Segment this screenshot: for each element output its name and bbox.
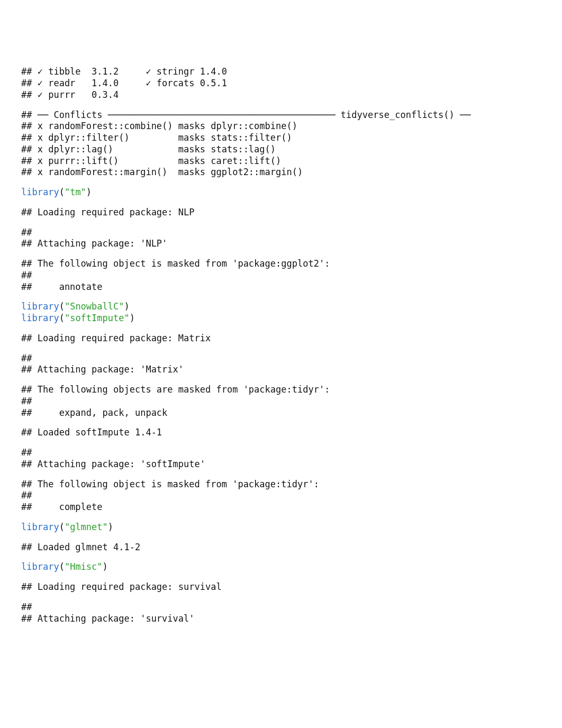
output-block: ## ## Attaching package: 'Matrix'	[21, 353, 541, 376]
output-block: ## Loaded glmnet 4.1-2	[21, 542, 541, 553]
output-line: ## Loading required package: NLP	[21, 207, 541, 219]
output-line: ## x randomForest::combine() masks dplyr…	[21, 121, 541, 132]
output-line: ##	[21, 447, 541, 459]
string-literal: "softImpute"	[65, 313, 130, 323]
output-block: library("glmnet")	[21, 522, 541, 533]
output-block: ## ✓ tibble 3.1.2 ✓ stringr 1.4.0## ✓ re…	[21, 66, 541, 101]
output-line: ##	[21, 270, 541, 281]
output-line: ## ✓ readr 1.4.0 ✓ forcats 0.5.1	[21, 78, 541, 89]
function-name: library	[21, 301, 59, 312]
function-name: library	[21, 561, 59, 572]
output-block: library("Hmisc")	[21, 561, 541, 573]
library-call: library("tm")	[21, 187, 541, 198]
output-line: ## Attaching package: 'softImpute'	[21, 459, 541, 470]
output-line: ## Attaching package: 'Matrix'	[21, 364, 541, 376]
output-line: ## The following object is masked from '…	[21, 258, 541, 270]
output-line: ##	[21, 602, 541, 613]
output-block: ## Loading required package: survival	[21, 581, 541, 593]
output-block: ## The following objects are masked from…	[21, 384, 541, 418]
output-line: ##	[21, 490, 541, 502]
output-block: ## The following object is masked from '…	[21, 479, 541, 513]
output-line: ## expand, pack, unpack	[21, 407, 541, 419]
output-block: library("tm")	[21, 187, 541, 198]
output-block: ## Loaded softImpute 1.4-1	[21, 427, 541, 439]
output-block: ## ── Conflicts ────────────────────────…	[21, 110, 541, 179]
output-line: ## Loading required package: Matrix	[21, 333, 541, 344]
output-line: ## Attaching package: 'survival'	[21, 613, 541, 625]
output-line: ## ✓ tibble 3.1.2 ✓ stringr 1.4.0	[21, 66, 541, 78]
output-line: ## Loaded softImpute 1.4-1	[21, 427, 541, 439]
library-call: library("glmnet")	[21, 522, 541, 533]
string-literal: "glmnet"	[65, 522, 108, 532]
output-line: ## The following objects are masked from…	[21, 384, 541, 396]
output-block: ## Loading required package: Matrix	[21, 333, 541, 344]
output-block: ## ## Attaching package: 'softImpute'	[21, 447, 541, 470]
output-line: ## ✓ purrr 0.3.4	[21, 89, 541, 101]
output-line: ##	[21, 396, 541, 407]
output-line: ## complete	[21, 502, 541, 513]
output-line: ## Loaded glmnet 4.1-2	[21, 542, 541, 553]
output-line: ##	[21, 227, 541, 239]
output-block: ## Loading required package: NLP	[21, 207, 541, 219]
output-line: ## x randomForest::margin() masks ggplot…	[21, 167, 541, 178]
output-line: ## x dplyr::filter() masks stats::filter…	[21, 132, 541, 144]
library-call: library("softImpute")	[21, 313, 541, 324]
output-line: ## annotate	[21, 281, 541, 293]
output-line: ## x dplyr::lag() masks stats::lag()	[21, 144, 541, 156]
function-name: library	[21, 522, 59, 532]
library-call: library("SnowballC")	[21, 301, 541, 313]
output-line: ##	[21, 353, 541, 365]
library-call: library("Hmisc")	[21, 561, 541, 573]
output-block: library("SnowballC")library("softImpute"…	[21, 301, 541, 324]
output-block: ## ## Attaching package: 'NLP'	[21, 227, 541, 250]
output-block: ## The following object is masked from '…	[21, 258, 541, 293]
r-console-output: ## ✓ tibble 3.1.2 ✓ stringr 1.4.0## ✓ re…	[21, 66, 541, 624]
string-literal: "SnowballC"	[65, 301, 124, 312]
function-name: library	[21, 187, 59, 197]
output-line: ## Attaching package: 'NLP'	[21, 238, 541, 250]
function-name: library	[21, 313, 59, 323]
output-line: ## x purrr::lift() masks caret::lift()	[21, 156, 541, 167]
output-line: ## ── Conflicts ────────────────────────…	[21, 110, 541, 121]
string-literal: "Hmisc"	[65, 561, 103, 572]
output-line: ## Loading required package: survival	[21, 581, 541, 593]
output-line: ## The following object is masked from '…	[21, 479, 541, 490]
output-block: ## ## Attaching package: 'survival'	[21, 602, 541, 625]
string-literal: "tm"	[65, 187, 86, 197]
